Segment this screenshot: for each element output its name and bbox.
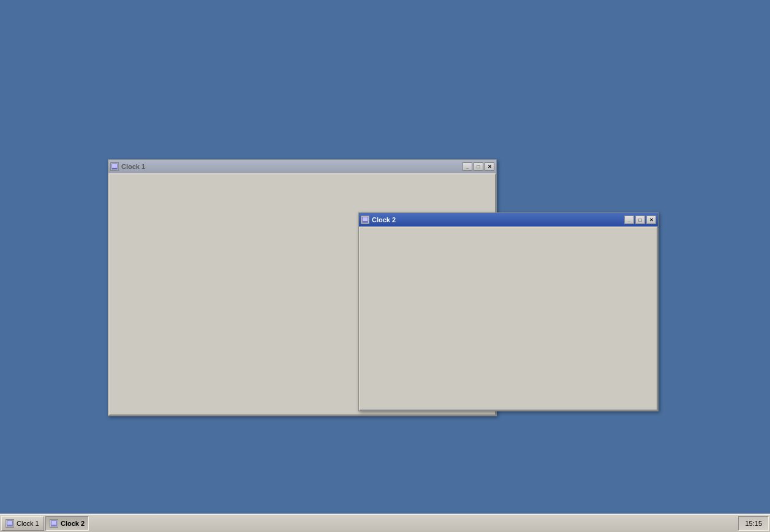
clock2-controls: _ □ ✕ bbox=[624, 215, 656, 224]
window-clock2: Clock 2 _ □ ✕ bbox=[358, 212, 659, 411]
svg-rect-1 bbox=[112, 164, 117, 168]
taskbar-item-clock2[interactable]: Clock 2 bbox=[45, 516, 89, 531]
clock1-controls: _ □ ✕ bbox=[462, 162, 494, 171]
clock1-window-icon bbox=[110, 162, 119, 171]
svg-rect-2 bbox=[112, 168, 117, 169]
clock2-close-button[interactable]: ✕ bbox=[646, 215, 656, 224]
taskbar-clock1-label: Clock 1 bbox=[17, 520, 39, 527]
clock2-minimize-button[interactable]: _ bbox=[624, 215, 634, 224]
taskbar-clock: 15:15 bbox=[738, 516, 769, 531]
taskbar: Clock 1 Clock 2 15:15 bbox=[0, 514, 770, 532]
svg-rect-7 bbox=[7, 521, 12, 525]
desktop: Clock 1 _ □ ✕ Clock 2 _ □ ✕ bbox=[0, 0, 770, 514]
clock2-maximize-button[interactable]: □ bbox=[635, 215, 645, 224]
clock2-window-title: Clock 2 bbox=[372, 216, 624, 223]
clock2-window-icon bbox=[361, 215, 369, 224]
svg-rect-9 bbox=[51, 521, 56, 525]
taskbar-item-clock1[interactable]: Clock 1 bbox=[1, 516, 44, 531]
taskbar-items: Clock 1 Clock 2 bbox=[1, 515, 738, 532]
svg-rect-4 bbox=[363, 217, 368, 221]
svg-rect-5 bbox=[363, 222, 368, 222]
clock1-minimize-button[interactable]: _ bbox=[462, 162, 472, 171]
taskbar-clock2-label: Clock 2 bbox=[61, 520, 85, 527]
titlebar-clock1[interactable]: Clock 1 _ □ ✕ bbox=[108, 160, 496, 173]
clock1-close-button[interactable]: ✕ bbox=[485, 162, 494, 171]
clock2-body bbox=[359, 227, 658, 411]
clock-display: 15:15 bbox=[745, 520, 762, 527]
clock1-window-title: Clock 1 bbox=[121, 163, 462, 170]
titlebar-clock2[interactable]: Clock 2 _ □ ✕ bbox=[359, 213, 658, 227]
clock1-maximize-button[interactable]: □ bbox=[474, 162, 483, 171]
taskbar-clock1-icon bbox=[6, 519, 14, 528]
taskbar-clock2-icon bbox=[50, 519, 58, 528]
